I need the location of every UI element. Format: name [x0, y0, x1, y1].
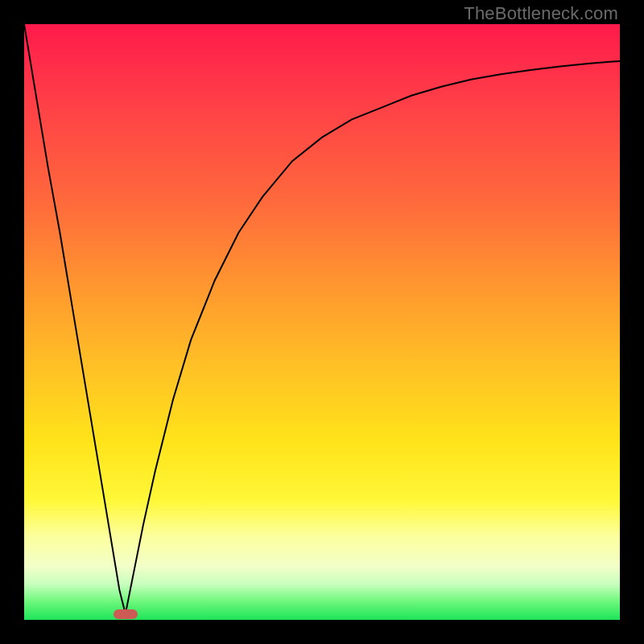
watermark-text: TheBottleneck.com: [464, 3, 618, 24]
chart-frame: TheBottleneck.com: [0, 0, 644, 644]
plot-area: [24, 24, 620, 620]
curve-svg: [24, 24, 620, 620]
curve-right-branch: [126, 61, 620, 614]
min-point-marker: [114, 609, 138, 619]
curve-left-branch: [24, 24, 126, 614]
